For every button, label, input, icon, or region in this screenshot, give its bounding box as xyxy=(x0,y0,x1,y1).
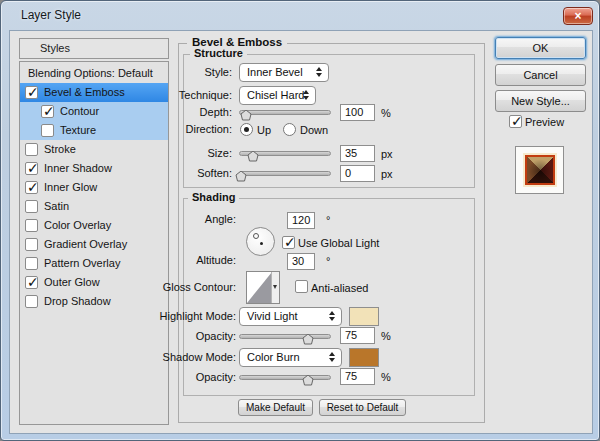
highlight-opacity-track[interactable] xyxy=(239,334,331,339)
direction-up-label: Up xyxy=(257,124,271,136)
sidebar-item-label: Outer Glow xyxy=(44,276,100,288)
sidebar-item-checkbox[interactable] xyxy=(25,200,38,213)
spinner-arrows-icon xyxy=(316,67,323,77)
shadow-opacity-label: Opacity: xyxy=(196,371,236,383)
soften-input[interactable]: 0 xyxy=(340,165,375,182)
technique-label: Technique: xyxy=(179,89,232,101)
styles-list: Blending Options: Default✓Bevel & Emboss… xyxy=(19,61,169,425)
make-default-button[interactable]: Make Default xyxy=(238,399,313,416)
sidebar-item[interactable]: ✓Inner Glow xyxy=(20,178,168,197)
direction-label: Direction: xyxy=(186,123,232,135)
size-input[interactable]: 35 xyxy=(340,145,375,162)
shading-legend: Shading xyxy=(188,191,239,203)
close-button[interactable]: × xyxy=(563,7,593,25)
sidebar-item[interactable]: ✓Bevel & Emboss xyxy=(20,83,168,102)
layer-style-dialog: Layer Style × Styles Blending Options: D… xyxy=(0,0,600,441)
sidebar-item-label: Inner Shadow xyxy=(44,162,112,174)
sidebar-item[interactable]: Pattern Overlay xyxy=(20,254,168,273)
sidebar-item[interactable]: Satin xyxy=(20,197,168,216)
soften-slider-track[interactable] xyxy=(239,171,331,176)
highlight-opacity-thumb[interactable] xyxy=(302,331,314,342)
sidebar-item[interactable]: Blending Options: Default xyxy=(20,64,168,83)
highlight-opacity-unit: % xyxy=(381,330,391,342)
shadow-color-swatch[interactable] xyxy=(349,348,379,367)
shadow-opacity-thumb[interactable] xyxy=(302,372,314,383)
anti-aliased-label: Anti-aliased xyxy=(311,282,368,294)
sidebar-item-checkbox[interactable]: ✓ xyxy=(25,162,38,175)
sidebar-item[interactable]: Gradient Overlay xyxy=(20,235,168,254)
sidebar-item[interactable]: Drop Shadow xyxy=(20,292,168,311)
altitude-input[interactable]: 30 xyxy=(287,253,315,270)
styles-header: Styles xyxy=(19,38,169,59)
sidebar-item-checkbox[interactable]: ✓ xyxy=(25,86,38,99)
angle-input[interactable]: 120 xyxy=(287,212,315,229)
sidebar-item[interactable]: Color Overlay xyxy=(20,216,168,235)
sidebar-item-checkbox[interactable]: ✓ xyxy=(41,105,54,118)
depth-slider-thumb[interactable] xyxy=(240,107,252,118)
sidebar-item-label: Bevel & Emboss xyxy=(44,86,125,98)
sidebar-item-checkbox[interactable]: ✓ xyxy=(25,181,38,194)
angle-center-dot-icon xyxy=(260,242,263,245)
use-global-light-checkbox[interactable]: ✓ xyxy=(282,236,295,249)
sidebar-item-checkbox[interactable] xyxy=(25,257,38,270)
size-slider[interactable] xyxy=(239,147,331,159)
sidebar-item[interactable]: ✓Contour xyxy=(20,102,168,121)
shadow-mode-dropdown[interactable]: Color Burn xyxy=(239,348,342,367)
preview-checkbox[interactable]: ✓ xyxy=(509,115,522,128)
direction-up-radio[interactable] xyxy=(240,123,253,136)
style-label: Style: xyxy=(204,66,232,78)
cancel-button[interactable]: Cancel xyxy=(495,64,586,86)
angle-dial[interactable] xyxy=(246,227,275,256)
gloss-contour-picker[interactable] xyxy=(246,271,280,304)
sidebar-item[interactable]: Texture xyxy=(20,121,168,140)
shadow-opacity-track[interactable] xyxy=(239,375,331,380)
highlight-opacity-label: Opacity: xyxy=(196,330,236,342)
style-value: Inner Bevel xyxy=(247,66,303,78)
depth-slider[interactable] xyxy=(239,106,331,118)
shadow-opacity-slider[interactable] xyxy=(239,371,331,383)
highlight-color-swatch[interactable] xyxy=(349,307,379,326)
highlight-opacity-slider[interactable] xyxy=(239,330,331,342)
angle-unit: ° xyxy=(326,214,330,226)
spinner-arrows-icon xyxy=(329,311,336,321)
sidebar-item-label: Texture xyxy=(60,124,96,136)
angle-marker-icon xyxy=(253,233,259,239)
style-dropdown[interactable]: Inner Bevel xyxy=(239,63,329,82)
preview-glow xyxy=(523,153,557,187)
technique-dropdown[interactable]: Chisel Hard xyxy=(239,86,316,105)
sidebar-item-label: Pattern Overlay xyxy=(44,257,120,269)
sidebar-item[interactable]: ✓Inner Shadow xyxy=(20,159,168,178)
soften-slider[interactable] xyxy=(239,167,331,179)
sidebar-item-checkbox[interactable] xyxy=(25,143,38,156)
preview-ring xyxy=(525,155,555,185)
depth-slider-track[interactable] xyxy=(239,110,331,115)
reset-to-default-button[interactable]: Reset to Default xyxy=(319,399,406,416)
title-bar[interactable]: Layer Style × xyxy=(1,1,599,30)
sidebar-item-checkbox[interactable] xyxy=(25,295,38,308)
preview-label: Preview xyxy=(525,116,564,128)
highlight-mode-dropdown[interactable]: Vivid Light xyxy=(239,307,342,326)
shadow-opacity-input[interactable]: 75 xyxy=(340,368,375,385)
highlight-mode-value: Vivid Light xyxy=(247,310,298,322)
shadow-opacity-unit: % xyxy=(381,371,391,383)
highlight-opacity-input[interactable]: 75 xyxy=(340,327,375,344)
anti-aliased-checkbox[interactable] xyxy=(295,280,308,293)
sidebar-item[interactable]: ✓Outer Glow xyxy=(20,273,168,292)
sidebar-item[interactable]: Stroke xyxy=(20,140,168,159)
depth-input[interactable]: 100 xyxy=(340,104,375,121)
soften-slider-thumb[interactable] xyxy=(235,168,247,179)
new-style-button[interactable]: New Style... xyxy=(495,90,586,112)
window-title: Layer Style xyxy=(21,8,81,22)
sidebar-item-checkbox[interactable]: ✓ xyxy=(25,276,38,289)
sidebar-item-checkbox[interactable] xyxy=(41,124,54,137)
sidebar-item-checkbox[interactable] xyxy=(25,238,38,251)
ok-button[interactable]: OK xyxy=(495,37,586,59)
sidebar-item-label: Stroke xyxy=(44,143,76,155)
direction-down-radio[interactable] xyxy=(283,123,296,136)
size-unit: px xyxy=(381,148,393,160)
sidebar-item-checkbox[interactable] xyxy=(25,219,38,232)
size-slider-thumb[interactable] xyxy=(247,148,259,159)
use-global-light-label: Use Global Light xyxy=(298,237,379,249)
close-icon: × xyxy=(574,9,581,23)
sidebar-item-label: Inner Glow xyxy=(44,181,97,193)
